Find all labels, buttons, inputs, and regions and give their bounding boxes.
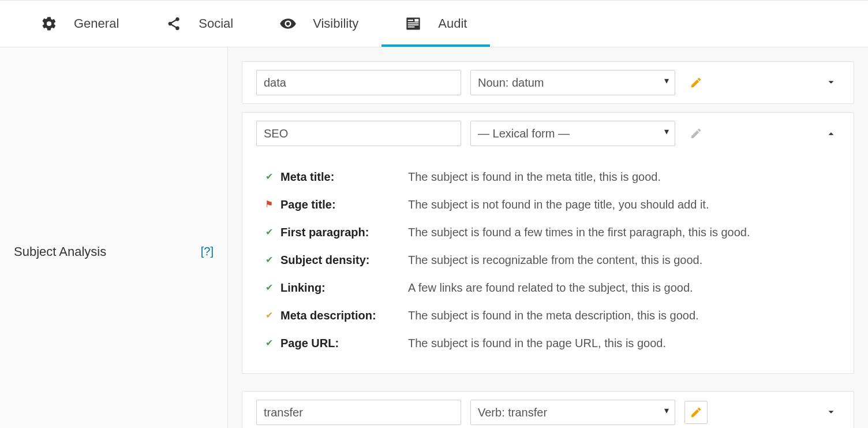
- analysis-desc: The subject is found in the meta descrip…: [408, 307, 835, 323]
- section-title: Subject Analysis: [14, 244, 106, 259]
- pencil-icon: [690, 406, 702, 419]
- analysis-row: ✔ Page URL: The subject is found in the …: [261, 329, 835, 357]
- analysis-row: ✔ Linking: A few links are found related…: [261, 274, 835, 302]
- analysis-desc: The subject is not found in the page tit…: [408, 196, 835, 213]
- collapse-toggle[interactable]: [822, 127, 840, 140]
- analysis-desc: The subject is found a few times in the …: [408, 224, 835, 240]
- check-icon: ✔: [261, 307, 277, 322]
- tab-general[interactable]: General: [17, 1, 142, 47]
- svg-rect-1: [408, 20, 413, 21]
- analysis-label: Meta description:: [280, 307, 405, 323]
- analysis-desc: The subject is recognizable from the con…: [408, 252, 835, 268]
- edit-button[interactable]: [684, 71, 708, 94]
- check-icon: ✔: [261, 335, 277, 349]
- check-icon: ✔: [261, 280, 277, 294]
- analysis-desc: The subject is found in the page URL, th…: [408, 335, 835, 351]
- help-link[interactable]: [?]: [201, 245, 214, 258]
- chevron-up-icon: [825, 127, 837, 140]
- analysis-row: ✔ Subject density: The subject is recogn…: [261, 246, 835, 274]
- edit-button[interactable]: [684, 401, 708, 424]
- analysis-row: ✔ Meta description: The subject is found…: [261, 302, 835, 329]
- analysis-label: Page URL:: [280, 335, 405, 351]
- lexical-form-select[interactable]: Verb: transfer: [470, 400, 675, 425]
- audit-icon: [405, 15, 422, 32]
- subject-term-input[interactable]: [256, 121, 461, 146]
- analysis-row: ✔ First paragraph: The subject is found …: [261, 218, 835, 246]
- eye-icon: [279, 15, 297, 32]
- expand-toggle[interactable]: [822, 76, 840, 89]
- subject-term-input[interactable]: [256, 400, 461, 425]
- tab-label: Social: [199, 16, 233, 31]
- select-value: — Lexical form —: [478, 127, 570, 140]
- tabs: General Social Visibility Audit: [0, 0, 868, 47]
- analysis-label: Subject density:: [280, 252, 405, 268]
- analysis-label: First paragraph:: [280, 224, 405, 240]
- tab-visibility[interactable]: Visibility: [256, 1, 381, 47]
- share-icon: [165, 15, 182, 32]
- lexical-form-select[interactable]: — Lexical form —: [470, 121, 675, 146]
- tab-label: Audit: [438, 16, 467, 31]
- analysis-desc: A few links are found related to the sub…: [408, 280, 835, 296]
- check-icon: ✔: [261, 252, 277, 266]
- select-value: Noun: datum: [478, 76, 544, 90]
- tab-audit[interactable]: Audit: [381, 1, 490, 47]
- tab-label: General: [74, 16, 119, 31]
- pencil-icon: [690, 76, 702, 89]
- analysis-label: Meta title:: [280, 169, 405, 185]
- subject-row: Verb: transfer: [242, 391, 854, 428]
- svg-rect-2: [408, 23, 419, 24]
- analysis-row: ⚑ Page title: The subject is not found i…: [261, 191, 835, 218]
- analysis-desc: The subject is found in the meta title, …: [408, 169, 835, 185]
- expand-toggle[interactable]: [822, 406, 840, 419]
- analysis-row: ✔ Meta title: The subject is found in th…: [261, 163, 835, 191]
- flag-icon: ⚑: [261, 196, 277, 211]
- svg-rect-4: [408, 27, 415, 28]
- tab-social[interactable]: Social: [142, 1, 256, 47]
- subject-term-input[interactable]: [256, 70, 461, 95]
- analysis-panel: ✔ Meta title: The subject is found in th…: [242, 147, 854, 374]
- pencil-icon: [690, 127, 702, 140]
- chevron-down-icon: [825, 406, 837, 419]
- subject-row: Noun: datum: [242, 61, 854, 104]
- check-icon: ✔: [261, 224, 277, 239]
- edit-button[interactable]: [684, 122, 708, 145]
- select-value: Verb: transfer: [478, 406, 547, 419]
- check-icon: ✔: [261, 169, 277, 183]
- analysis-label: Page title:: [280, 196, 405, 213]
- gear-icon: [40, 15, 58, 32]
- lexical-form-select[interactable]: Noun: datum: [470, 70, 675, 95]
- chevron-down-icon: [825, 76, 837, 89]
- tab-label: Visibility: [313, 16, 358, 31]
- sidebar: Subject Analysis [?]: [0, 47, 228, 428]
- svg-rect-3: [408, 24, 419, 25]
- main-panel: Noun: datum — Lexical form —: [228, 47, 868, 428]
- svg-rect-5: [415, 19, 419, 22]
- analysis-label: Linking:: [280, 280, 405, 296]
